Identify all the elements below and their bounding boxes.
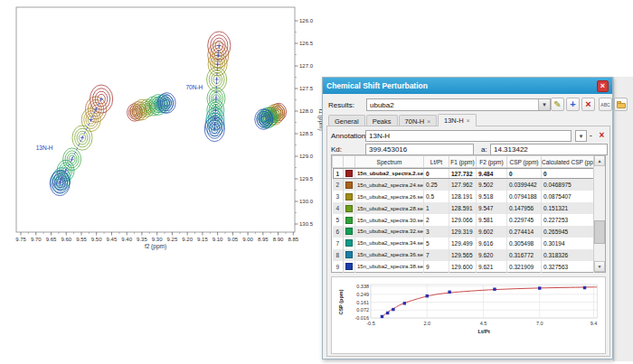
dialog-titlebar[interactable]: Chemical Shift Perturbation × <box>323 78 612 94</box>
table-row[interactable]: 915n_ububa2_spectra.38.ser9129.6009.6210… <box>333 261 594 273</box>
y-tick-label: 129.0 <box>299 154 314 159</box>
cell-calc-csp: 0.265945 <box>542 226 594 238</box>
csp-y-tick-label: 0.338 <box>356 284 369 289</box>
cell-csp: 0.229745 <box>507 214 542 226</box>
spectrum-color-swatch <box>345 182 353 189</box>
scroll-down-icon[interactable]: ▼ <box>594 261 605 272</box>
color-swatch <box>344 202 355 214</box>
table-row[interactable]: 815n_ububa2_spectra.36.ser7129.5659.6200… <box>333 249 594 261</box>
annotation-input[interactable] <box>365 130 572 142</box>
tab-13n-h[interactable]: 13N-H× <box>438 114 476 126</box>
cell-f1: 128.591 <box>449 202 477 214</box>
cell-spectrum: 15n_ububa2_spectra.2.ser <box>355 168 424 180</box>
chemical-shift-perturbation-dialog: Chemical Shift Perturbation × Results: u… <box>322 77 613 359</box>
table-row[interactable]: 115n_ububa2_spectra.2.ser0127.7329.48400 <box>333 168 594 180</box>
cell-f2: 9.484 <box>477 168 507 180</box>
csp-data-point[interactable] <box>392 308 394 311</box>
scroll-up-icon[interactable]: ▲ <box>594 155 605 166</box>
cell-csp: 0.147956 <box>507 202 542 214</box>
y-tick-label: 126.0 <box>299 18 314 23</box>
cell-f2: 9.621 <box>477 261 507 273</box>
row-number: 2 <box>333 179 344 191</box>
cell-f1: 129.066 <box>449 214 477 226</box>
row-number: 4 <box>333 202 344 214</box>
annotation-row: Annotation: ▾ - × <box>331 130 606 142</box>
cell-f1: 129.565 <box>449 249 477 261</box>
tab-close-icon[interactable]: × <box>427 118 430 125</box>
cell-ltpt: 0.5 <box>424 191 449 202</box>
csp-y-axis-label: CSP (ppm) <box>338 289 344 314</box>
table-scrollbar[interactable]: ▲ ▼ <box>593 155 605 272</box>
cell-f1: 127.962 <box>449 179 477 191</box>
cell-spectrum: 15n_ububa2_spectra.38.ser <box>355 261 424 273</box>
x-tick-label: 8.85 <box>288 237 298 242</box>
rename-button[interactable]: ABC <box>599 98 612 111</box>
cell-f2: 9.518 <box>477 191 507 202</box>
cell-ltpt: 9 <box>424 261 449 273</box>
csp-x-tick-label: 4.5 <box>480 321 487 326</box>
col-spectrum[interactable]: Spectrum <box>355 156 424 168</box>
csp-data-point[interactable] <box>403 302 406 304</box>
cell-calc-csp: 0 <box>542 168 594 180</box>
x-tick-label: 9.30 <box>152 237 163 242</box>
table-row[interactable]: 515n_ububa2_spectra.30.ser2129.0669.5810… <box>333 214 594 226</box>
annotation-remove-button[interactable]: × <box>596 130 608 142</box>
results-row: Results: ububa2 ▾ ✎ + × ABC <box>328 98 607 112</box>
color-swatch <box>344 238 355 249</box>
csp-data-point[interactable] <box>493 288 496 291</box>
add-button[interactable]: + <box>566 98 580 111</box>
cell-f2: 9.547 <box>477 202 507 214</box>
cell-f2: 9.581 <box>477 214 507 226</box>
col-f1[interactable]: F1 (ppm) <box>449 156 477 168</box>
y-tick-label: 127.5 <box>299 86 314 91</box>
open-folder-button[interactable] <box>614 98 628 111</box>
cell-calc-csp: 0.30194 <box>542 238 594 249</box>
col-f2[interactable]: F2 (ppm) <box>477 156 507 168</box>
chevron-down-icon[interactable]: ▾ <box>538 99 550 110</box>
cell-csp: 0.274414 <box>507 226 542 238</box>
csp-data-point[interactable] <box>448 291 450 294</box>
spectra-table: Spectrum Lt/Pt F1 (ppm) F2 (ppm) CSP (pp… <box>331 154 606 273</box>
col-calc-csp[interactable]: Calculated CSP (ppm) <box>542 156 594 168</box>
cell-f1: 128.191 <box>449 191 477 202</box>
csp-data-point[interactable] <box>386 312 389 314</box>
a-label: a: <box>481 145 487 154</box>
cell-spectrum: 15n_ububa2_spectra.30.ser <box>355 214 424 226</box>
cell-f1: 129.499 <box>449 238 477 249</box>
table-row[interactable]: 215n_ububa2_spectra.24.ser0.25127.9629.5… <box>333 179 594 191</box>
csp-data-point[interactable] <box>381 315 383 318</box>
table-row[interactable]: 715n_ububa2_spectra.34.ser5129.4999.6160… <box>333 238 594 249</box>
color-swatch <box>344 249 355 261</box>
spectrum-color-swatch <box>345 193 353 201</box>
cell-calc-csp: 0.327563 <box>542 261 594 273</box>
table-row[interactable]: 315n_ububa2_spectra.26.ser0.5128.1919.51… <box>333 191 594 202</box>
close-icon[interactable]: × <box>597 80 609 92</box>
cell-spectrum: 15n_ububa2_spectra.32.ser <box>355 226 424 238</box>
cell-ltpt: 1 <box>424 202 449 214</box>
x-tick-label: 9.50 <box>91 237 102 242</box>
csp-data-point[interactable] <box>583 286 586 289</box>
x-tick-label: 9.60 <box>61 237 71 242</box>
col-csp[interactable]: CSP (ppm) <box>507 156 542 168</box>
spectrum-color-swatch <box>345 170 353 177</box>
annotation-dropdown-icon[interactable]: ▾ <box>575 130 587 142</box>
delete-button[interactable]: × <box>581 98 595 111</box>
x-tick-label: 9.00 <box>242 237 253 242</box>
color-swatch <box>344 261 355 273</box>
table-row[interactable]: 615n_ububa2_spectra.32.ser3129.3199.6020… <box>333 226 594 238</box>
results-dropdown[interactable]: ububa2 ▾ <box>366 98 551 111</box>
nmr-spectrum-plot[interactable]: 9.759.709.659.609.559.509.459.409.359.30… <box>5 0 324 262</box>
csp-data-point[interactable] <box>426 294 429 297</box>
csp-fit-chart[interactable]: 0.3380.2490.1610.072-0.016-0.52.04.57.09… <box>332 277 605 353</box>
table-row[interactable]: 415n_ububa2_spectra.28.ser1128.5919.5470… <box>333 202 594 214</box>
cell-ltpt: 3 <box>424 226 449 238</box>
cell-calc-csp: 0.227253 <box>542 214 594 226</box>
results-value: ububa2 <box>370 101 394 109</box>
csp-data-point[interactable] <box>538 286 541 289</box>
annotation-minus-button[interactable]: - <box>590 131 592 139</box>
col-ltpt[interactable]: Lt/Pt <box>424 156 449 168</box>
scrollbar-thumb[interactable] <box>594 220 605 244</box>
x-tick-label: 9.15 <box>197 237 208 242</box>
tab-close-icon[interactable]: × <box>467 117 470 124</box>
edit-pencil-button[interactable]: ✎ <box>551 98 564 111</box>
